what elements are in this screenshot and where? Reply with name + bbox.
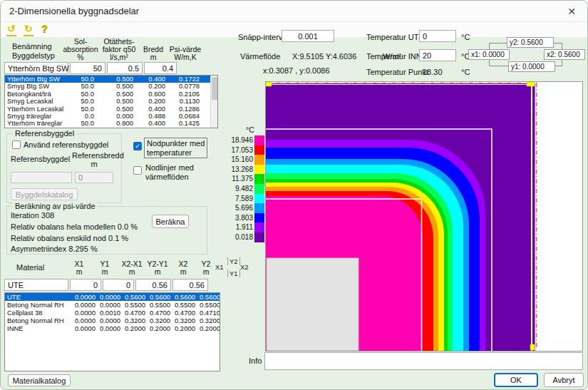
referensbyggdel-label: Referensbyggdel (11, 155, 70, 163)
scrollbar[interactable] (210, 76, 217, 128)
sol-absorption-input[interactable]: 50 (70, 62, 105, 74)
redo-icon[interactable]: ↻ (24, 22, 33, 36)
boundary-handle[interactable] (527, 82, 535, 86)
boundary-handle[interactable] (530, 344, 535, 350)
reference-width-field[interactable]: 0 (75, 172, 113, 183)
legend-entry: 17.053 (230, 145, 266, 155)
legend-value: 3.803 (230, 213, 254, 223)
part-name-input[interactable]: Ytterhörn Btg SW (4, 62, 68, 74)
calculation-group-caption: Beräkning av psi-värde (13, 202, 98, 210)
col-header-psi: Psi-värdeW/m,K (169, 46, 202, 61)
material-name-input[interactable]: UTE (4, 279, 68, 291)
material-label: Material (16, 263, 44, 272)
axis-y2-label: Y2 (227, 257, 240, 265)
axis-x2-label: X2 (240, 263, 249, 271)
dialog-2d-building-parts: 2-Dimensionella byggnadsdelar ✕ ↺ ↻ ? Be… (0, 0, 588, 390)
scrollbar-thumb[interactable] (212, 77, 217, 100)
table-row[interactable]: INNE 0.0000 0.0000 0.2000 0.2000 0.2000 … (5, 324, 220, 332)
legend-swatch (254, 203, 264, 213)
material-y1-input[interactable]: 0 (103, 279, 134, 291)
legend-value: 11.375 (230, 174, 254, 184)
snap-interval-input[interactable]: 0.001 (282, 30, 334, 42)
nodes-temperatures-label: Nodpunkter medtemperaturer (144, 138, 207, 158)
room-interior (267, 258, 359, 351)
window-title: 2-Dimensionella byggnadsdelar (9, 6, 139, 16)
info-field[interactable] (264, 352, 583, 370)
heatmap-canvas[interactable] (265, 81, 583, 351)
ok-button[interactable]: OK (494, 373, 538, 387)
building-part-table[interactable]: Ytterhörn Btg SW 50.0 0.500 0.400 0.1722… (4, 75, 218, 128)
legend-swatch (254, 155, 264, 165)
legend-value: 18.946 (230, 135, 254, 145)
byggdelskatalog-button[interactable]: Byggdelskatalog (11, 188, 78, 200)
legend-swatch (254, 232, 264, 242)
berakna-button[interactable]: Beräkna (152, 215, 189, 228)
legend-value: 13.268 (230, 165, 254, 175)
table-row[interactable]: Ytterhörn träreglar 50.0 0.800 0.400 0.1… (5, 120, 217, 127)
legend-value: 15.160 (230, 155, 254, 165)
col-header-x1: X1m (66, 260, 92, 276)
col-header-benamning: BenämningByggdelstyp (12, 42, 55, 61)
use-reference-checkbox[interactable] (12, 140, 21, 149)
titlebar: 2-Dimensionella byggnadsdelar ✕ (1, 1, 587, 22)
heatmap-plot (266, 82, 582, 351)
temp-ute-unit: °C (461, 33, 470, 41)
material-x1-input[interactable]: 0 (70, 279, 101, 291)
undo-icon[interactable]: ↺ (6, 22, 16, 36)
legend-entry: 9.482 (230, 184, 266, 194)
table-row[interactable]: Cellplast 38 0.0000 0.0010 0.4700 0.4700… (5, 309, 220, 317)
table-row[interactable]: UTE 0.0000 0.0000 0.5600 0.5600 0.5600 0… (5, 293, 220, 301)
table-row[interactable]: Betong Normal RH 0.0000 0.0000 0.5500 0.… (5, 301, 220, 309)
legend-swatch (254, 213, 264, 223)
legend-entry: 7.589 (230, 194, 266, 204)
boundary-handle[interactable] (266, 82, 272, 86)
imbalance-node-text: Relativ obalans enskild nod 0.1 % (11, 234, 128, 242)
temp-ute-input[interactable]: 0 (419, 30, 456, 42)
legend-entry: 3.803 (230, 213, 266, 223)
heatflow-coords: X:9.5105 Y:4.6036 (292, 52, 356, 61)
cancel-button[interactable]: Avbryt (544, 373, 584, 387)
legend-value: 0.018 (230, 232, 254, 242)
use-reference-label: Använd referensbyggdel (24, 140, 108, 150)
info-label: Info (249, 356, 262, 365)
referens-group-caption: Referensbyggdel (13, 129, 76, 138)
legend-entry: 13.268 (230, 165, 266, 175)
legend-unit-label: °C (246, 125, 254, 134)
legend-swatch (254, 135, 264, 145)
referensbredd-label: Referensbreddm (72, 151, 116, 168)
x1-readout[interactable]: x1: 0.0000 (468, 49, 510, 60)
legend-value: 9.482 (230, 184, 254, 194)
temp-punkt-value: 18.30 (423, 68, 443, 76)
material-dx-input[interactable]: 0.56 (135, 279, 171, 291)
legend-value: 5.696 (230, 203, 254, 213)
nodes-temperatures-checkbox[interactable]: ✓ (133, 142, 142, 150)
col-header-bredd: Breddm (140, 46, 166, 61)
material-table[interactable]: UTE 0.0000 0.0000 0.5600 0.5600 0.5600 0… (4, 292, 220, 371)
materialkatalog-button[interactable]: Materialkatalog (8, 374, 71, 386)
imbalance-model-text: Relativ obalans hela modellen 0.0 % (11, 222, 138, 231)
legend-swatch (254, 165, 264, 175)
temp-inne-input[interactable]: 20 (419, 49, 456, 61)
legend-value: 7.589 (230, 194, 254, 204)
legend-swatch (254, 222, 264, 232)
col-header-x2: X2m (170, 260, 196, 276)
iteration-text: Iteration 308 (11, 211, 54, 220)
table-row[interactable]: Betong Normal RH 0.0000 0.0000 0.3200 0.… (5, 317, 220, 324)
close-icon[interactable]: ✕ (560, 2, 583, 21)
legend-entry: 18.946 (230, 135, 266, 145)
reference-part-field[interactable] (11, 172, 72, 183)
q50-input[interactable]: 0.5 (107, 62, 143, 74)
material-dy-input[interactable]: 0.56 (172, 279, 208, 291)
table-row[interactable]: Smyg Lecaskal 50.0 0.500 0.200 0.1130 (5, 98, 217, 105)
heatflow-label: Värmeflöde (240, 52, 280, 61)
legend-swatch (254, 145, 264, 155)
col-header-x2x1: X2-X1m (118, 260, 146, 276)
nodelines-heatflow-checkbox[interactable] (133, 166, 142, 175)
help-icon[interactable]: ? (41, 22, 48, 35)
x2-readout[interactable]: x2: 0.5600 (544, 49, 585, 60)
legend-entry: 0.018 (230, 232, 266, 242)
legend-entry: 1.911 (230, 222, 266, 232)
bredd-input[interactable]: 0.4 (144, 62, 177, 74)
y1-readout[interactable]: y1: 0.0000 (508, 61, 555, 72)
y2-readout[interactable]: y2: 0.5600 (507, 37, 554, 48)
